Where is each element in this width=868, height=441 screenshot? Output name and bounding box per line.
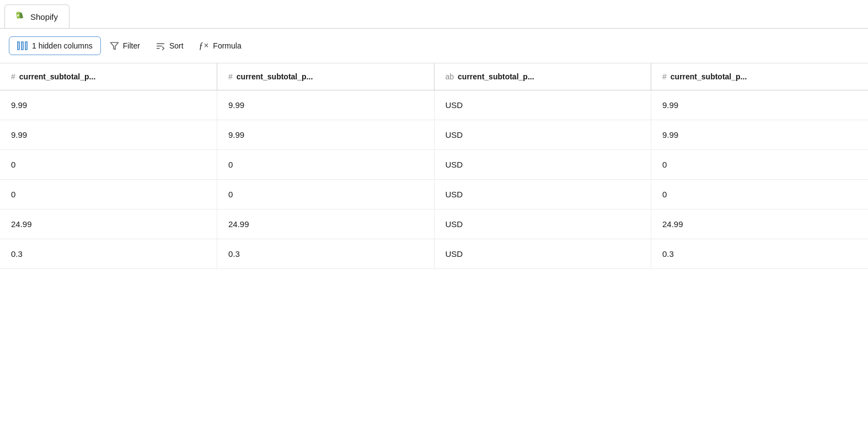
cell-row4-col4[interactable]: 0 [651,180,869,209]
tab-bar: Shopify [0,0,868,29]
cell-row1-col3[interactable]: USD [434,90,651,120]
col-name-4: current_subtotal_p... [671,72,747,81]
shopify-icon [14,10,26,23]
table-row: 0.30.3USD0.3 [0,239,868,269]
table-row: 00USD0 [0,180,868,209]
table-row: 9.999.99USD9.99 [0,90,868,120]
table-row: 24.9924.99USD24.99 [0,209,868,239]
cell-row6-col2[interactable]: 0.3 [217,239,435,269]
data-table-container: # current_subtotal_p... # current_subtot… [0,63,868,269]
cell-row5-col3[interactable]: USD [434,209,651,239]
cell-row5-col1[interactable]: 24.99 [0,209,217,239]
tab-shopify[interactable]: Shopify [4,4,69,28]
cell-row3-col2[interactable]: 0 [217,150,435,180]
svg-marker-0 [110,42,118,50]
col-type-1: # [11,72,15,81]
table-header-row: # current_subtotal_p... # current_subtot… [0,63,868,90]
table-row: 00USD0 [0,150,868,180]
cell-row6-col1[interactable]: 0.3 [0,239,217,269]
filter-label: Filter [123,41,140,50]
col-name-3: current_subtotal_p... [458,72,534,81]
cell-row5-col2[interactable]: 24.99 [217,209,435,239]
cell-row1-col2[interactable]: 9.99 [217,90,435,120]
cell-row4-col2[interactable]: 0 [217,180,435,209]
cell-row2-col1[interactable]: 9.99 [0,120,217,150]
cell-row1-col4[interactable]: 9.99 [651,90,869,120]
cell-row1-col1[interactable]: 9.99 [0,90,217,120]
col-type-4: # [662,72,667,81]
col-name-1: current_subtotal_p... [19,72,95,81]
toolbar: 1 hidden columns Filter Sort ƒ× Formula [0,29,868,63]
col-header-1[interactable]: # current_subtotal_p... [0,63,217,90]
cell-row2-col4[interactable]: 9.99 [651,120,869,150]
cell-row3-col4[interactable]: 0 [651,150,869,180]
formula-icon: ƒ× [199,41,210,51]
hidden-columns-button[interactable]: 1 hidden columns [9,36,101,55]
data-table: # current_subtotal_p... # current_subtot… [0,63,868,269]
sort-icon [156,41,165,51]
cell-row2-col2[interactable]: 9.99 [217,120,435,150]
cell-row3-col1[interactable]: 0 [0,150,217,180]
sort-label: Sort [169,41,184,50]
formula-button[interactable]: ƒ× Formula [192,36,248,55]
cell-row6-col4[interactable]: 0.3 [651,239,869,269]
table-row: 9.999.99USD9.99 [0,120,868,150]
col-name-2: current_subtotal_p... [237,72,313,81]
col-header-4[interactable]: # current_subtotal_p... [651,63,869,90]
cell-row4-col1[interactable]: 0 [0,180,217,209]
cell-row4-col3[interactable]: USD [434,180,651,209]
filter-button[interactable]: Filter [103,37,147,55]
filter-icon [110,41,119,51]
cell-row2-col3[interactable]: USD [434,120,651,150]
col-type-2: # [228,72,233,81]
sort-button[interactable]: Sort [149,37,190,55]
cell-row5-col4[interactable]: 24.99 [651,209,869,239]
hidden-columns-label: 1 hidden columns [32,41,93,50]
cell-row6-col3[interactable]: USD [434,239,651,269]
col-type-3: ab [446,72,454,81]
formula-label: Formula [213,41,241,50]
columns-icon [17,41,28,50]
col-header-3[interactable]: ab current_subtotal_p... [434,63,651,90]
tab-shopify-label: Shopify [30,12,58,21]
col-header-2[interactable]: # current_subtotal_p... [217,63,435,90]
cell-row3-col3[interactable]: USD [434,150,651,180]
